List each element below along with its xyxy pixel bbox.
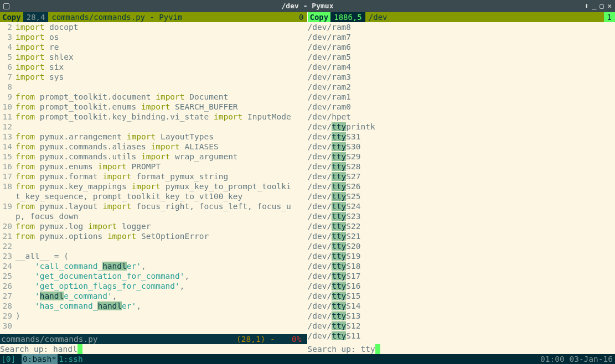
code-line[interactable]: p, focus_down	[0, 211, 307, 221]
list-item[interactable]: /dev/ram6	[308, 42, 616, 52]
list-item[interactable]: /dev/ttyS17	[308, 271, 616, 281]
code-line[interactable]: 13from pymux.arrangement import LayoutTy…	[0, 132, 307, 142]
list-item[interactable]: /dev/ttyS25	[308, 191, 616, 201]
minimize-icon[interactable]: _	[592, 1, 597, 11]
buffer-tab[interactable]: commands/commands.py - Pyvim	[48, 12, 296, 22]
line-text: from pymux.commands.aliases import ALIAS…	[15, 142, 219, 152]
list-item[interactable]: /dev/ram1	[308, 92, 616, 102]
list-item[interactable]: /dev/ram2	[308, 82, 616, 92]
list-item[interactable]: /dev/ttyS16	[308, 281, 616, 291]
list-item[interactable]: /dev/ttyS31	[308, 132, 616, 142]
list-item[interactable]: /dev/ram4	[308, 62, 616, 72]
line-number: 2	[0, 22, 15, 32]
list-item[interactable]: /dev/ttyS26	[308, 181, 616, 191]
code-line[interactable]: 19from pymux.layout import focus_right, …	[0, 201, 307, 211]
code-line[interactable]: 28 'has_command_handler',	[0, 301, 307, 311]
list-item[interactable]: /dev/ttyprintk	[308, 122, 616, 132]
restore-icon[interactable]: ⬆	[585, 1, 589, 11]
line-text: import shlex	[15, 52, 74, 62]
code-line[interactable]: t_key_sequence, prompt_toolkit_key_to_vt…	[0, 191, 307, 201]
code-line[interactable]: 22	[0, 241, 307, 251]
list-item[interactable]: /dev/ram3	[308, 72, 616, 82]
left-search-bar[interactable]: Search up: handl	[0, 344, 307, 354]
line-number: 27	[0, 291, 15, 301]
list-item[interactable]: /dev/ttyS14	[308, 301, 616, 311]
list-item[interactable]: /dev/ttyS12	[308, 321, 616, 331]
window-title: /dev - Pymux	[282, 1, 334, 11]
line-text: from pymux.options import SetOptionError	[15, 231, 209, 241]
line-text: from pymux.layout import focus_right, fo…	[15, 201, 291, 211]
right-search-bar[interactable]: Search up: tty	[308, 344, 616, 354]
buffer-tab[interactable]: /dev	[365, 12, 604, 22]
code-editor[interactable]: 2import docopt3import os4import re5impor…	[0, 22, 307, 334]
line-text: from pymux.log import logger	[15, 221, 151, 231]
right-pane[interactable]: Copy 1886,5 /dev 1 /dev/ram8/dev/ram7/de…	[308, 12, 616, 354]
list-item[interactable]: /dev/ttyS11	[308, 331, 616, 341]
list-item[interactable]: /dev/ram7	[308, 32, 616, 42]
close-icon[interactable]: ✕	[607, 1, 612, 11]
code-line[interactable]: 24 'call_command_handler',	[0, 261, 307, 271]
code-line[interactable]: 12	[0, 122, 307, 132]
line-text: 'call_command_handler',	[15, 261, 146, 271]
line-number: 15	[0, 152, 15, 162]
list-item[interactable]: /dev/ram5	[308, 52, 616, 62]
code-line[interactable]: 11from prompt_toolkit.key_binding.vi_sta…	[0, 112, 307, 122]
code-line[interactable]: 8	[0, 82, 307, 92]
cursor-block-icon	[375, 344, 380, 354]
line-number: 18	[0, 181, 15, 191]
cursor-block-icon	[77, 344, 82, 354]
session-name[interactable]: [0]	[0, 354, 17, 364]
list-item[interactable]: /dev/ttyS27	[308, 171, 616, 181]
code-line[interactable]: 17from pymux.format import format_pymux_…	[0, 171, 307, 181]
code-line[interactable]: 29)	[0, 311, 307, 321]
line-text: __all__ = (	[15, 251, 69, 261]
code-line[interactable]: 27 'handle_command',	[0, 291, 307, 301]
line-number: 20	[0, 221, 15, 231]
list-item[interactable]: /dev/ram8	[308, 22, 616, 32]
code-line[interactable]: 18from pymux.key_mappings import pymux_k…	[0, 181, 307, 191]
list-item[interactable]: /dev/ttyS23	[308, 211, 616, 221]
code-line[interactable]: 9from prompt_toolkit.document import Doc…	[0, 92, 307, 102]
window-tab-inactive[interactable]: 1:ssh	[58, 354, 84, 364]
code-line[interactable]: 16from pymux.enums import PROMPT	[0, 162, 307, 171]
window-tab-active[interactable]: 0:bash*	[22, 354, 58, 364]
code-line[interactable]: 25 'get_documentation_for_command',	[0, 271, 307, 281]
line-number: 11	[0, 112, 15, 122]
copy-mode-badge: Copy	[308, 12, 331, 22]
code-line[interactable]: 23__all__ = (	[0, 251, 307, 261]
maximize-icon[interactable]: ▢	[600, 1, 604, 11]
list-item[interactable]: /dev/ttyS21	[308, 231, 616, 241]
list-item[interactable]: /dev/ttyS15	[308, 291, 616, 301]
list-item[interactable]: /dev/ttyS29	[308, 152, 616, 162]
list-item[interactable]: /dev/hpet	[308, 112, 616, 122]
list-item[interactable]: /dev/ttyS22	[308, 221, 616, 231]
list-item[interactable]: /dev/ram0	[308, 102, 616, 112]
line-number: 6	[0, 62, 15, 72]
code-line[interactable]: 14from pymux.commands.aliases import ALI…	[0, 142, 307, 152]
list-item[interactable]: /dev/ttyS18	[308, 261, 616, 271]
list-item[interactable]: /dev/ttyS20	[308, 241, 616, 251]
copy-mode-badge: Copy	[0, 12, 23, 22]
code-line[interactable]: 21from pymux.options import SetOptionErr…	[0, 231, 307, 241]
code-line[interactable]: 7import sys	[0, 72, 307, 82]
code-line[interactable]: 20from pymux.log import logger	[0, 221, 307, 231]
code-line[interactable]: 5import shlex	[0, 52, 307, 62]
code-line[interactable]: 4import re	[0, 42, 307, 52]
code-line[interactable]: 10from prompt_toolkit.enums import SEARC…	[0, 102, 307, 112]
code-line[interactable]: 30	[0, 321, 307, 331]
code-line[interactable]: 6import six	[0, 62, 307, 72]
line-number: 5	[0, 52, 15, 62]
list-item[interactable]: /dev/ttyS30	[308, 142, 616, 152]
file-listing[interactable]: /dev/ram8/dev/ram7/dev/ram6/dev/ram5/dev…	[308, 22, 616, 344]
list-item[interactable]: /dev/ttyS19	[308, 251, 616, 261]
code-line[interactable]: 3import os	[0, 32, 307, 42]
code-line[interactable]: 15from pymux.commands.utils import wrap_…	[0, 152, 307, 162]
app-icon	[3, 3, 9, 9]
list-item[interactable]: /dev/ttyS24	[308, 201, 616, 211]
line-number: 12	[0, 122, 15, 132]
code-line[interactable]: 26 'get_option_flags_for_command',	[0, 281, 307, 291]
list-item[interactable]: /dev/ttyS13	[308, 311, 616, 321]
list-item[interactable]: /dev/ttyS28	[308, 162, 616, 171]
code-line[interactable]: 2import docopt	[0, 22, 307, 32]
left-pane[interactable]: Copy 28,4 commands/commands.py - Pyvim 0…	[0, 12, 308, 354]
